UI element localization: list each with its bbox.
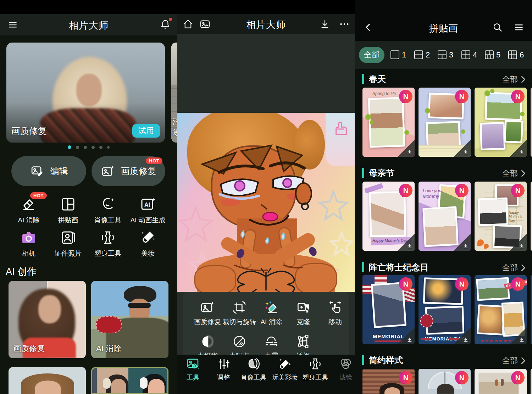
template-card[interactable]: N [419, 369, 471, 394]
card-art [148, 379, 165, 394]
template-card[interactable]: N [475, 369, 527, 394]
template-card[interactable]: Love you, Mommy N [419, 182, 471, 251]
new-badge: N [511, 90, 525, 103]
chip-label: 3 [449, 50, 453, 60]
carousel-dot[interactable] [107, 146, 110, 149]
carousel-dot[interactable] [84, 146, 87, 149]
chip-5[interactable]: 5 [484, 50, 500, 60]
section-accent-bar [362, 262, 364, 272]
card-art [495, 379, 498, 386]
download-icon[interactable] [319, 18, 331, 30]
carousel-dot[interactable] [99, 146, 102, 149]
see-all-link[interactable]: 全部 [502, 168, 526, 179]
chevron-right-icon [521, 357, 526, 365]
portrait-icon [238, 356, 269, 371]
template-card[interactable]: NEVER FORGET N [475, 275, 527, 344]
tab-makeup[interactable]: 玩美彩妆 [270, 356, 300, 382]
ai-card-partial[interactable] [9, 367, 86, 394]
template-card[interactable]: N [362, 369, 415, 394]
template-card[interactable]: N [475, 88, 527, 157]
download-icon [406, 243, 413, 249]
chevron-right-icon [521, 76, 526, 83]
photo-slot [480, 122, 506, 150]
template-card[interactable]: MEMORIAL N [362, 275, 415, 344]
editor-header: 相片大师 [177, 14, 355, 34]
new-badge: N [511, 371, 525, 384]
quality-repair-button[interactable]: 画质修复 HOT [92, 156, 165, 186]
tab-filters[interactable]: 滤镜 [331, 356, 355, 382]
card-art [103, 378, 111, 389]
download-icon [462, 337, 469, 343]
edited-image[interactable] [177, 113, 355, 292]
chip-1[interactable]: 1 [390, 50, 406, 60]
tab-label: 玩美彩妆 [270, 373, 300, 382]
template-card-partial[interactable] [531, 369, 532, 394]
carousel-dot[interactable] [76, 146, 79, 149]
tab-body-shape[interactable]: 塑身工具 [300, 356, 331, 382]
bell-icon[interactable] [160, 18, 171, 30]
tab-tools[interactable]: 工具 [178, 356, 208, 382]
chip-2[interactable]: 2 [414, 50, 430, 60]
template-card[interactable]: MEMORIAL DAY N [419, 275, 471, 344]
collage-header: 拼贴画 [355, 0, 532, 41]
tool-label: 移动 [316, 317, 355, 327]
ai-card-quality-repair[interactable]: 画质修复 [9, 281, 86, 358]
makeup-icon [270, 356, 300, 371]
tab-adjust[interactable]: 调整 [208, 356, 239, 382]
see-all-link[interactable]: 全部 [502, 355, 526, 366]
tool-makeup[interactable]: 美妆 [123, 229, 173, 258]
carousel-dot[interactable] [68, 145, 71, 149]
card-art [38, 295, 61, 323]
flower-deco [484, 244, 489, 249]
template-card-partial[interactable] [531, 182, 532, 251]
search-icon[interactable] [492, 22, 503, 33]
editor-canvas[interactable]: 画质修复 裁切与旋转 AI 消除 [177, 34, 355, 369]
template-card[interactable]: N [419, 88, 471, 157]
ai-card-ai-erase[interactable]: AI 消除 [91, 281, 168, 358]
see-all-label: 全部 [502, 168, 518, 179]
template-card-partial[interactable] [531, 275, 532, 344]
ai-card-partial-selected[interactable] [91, 367, 168, 394]
new-badge: N [455, 371, 469, 384]
chip-all[interactable]: 全部 [359, 47, 384, 63]
hero-banner[interactable]: 画质修复 试用 [6, 43, 165, 143]
edit-icon [30, 164, 45, 178]
makeup-icon [123, 229, 173, 246]
tool-move[interactable]: 移动 [316, 300, 355, 327]
home-header: 相片大师 [0, 14, 177, 35]
try-button[interactable]: 试用 [132, 124, 160, 138]
menu-icon[interactable] [514, 22, 524, 33]
carousel-dot[interactable] [92, 146, 95, 149]
new-badge: N [455, 184, 469, 197]
template-card[interactable]: Spring to life N [362, 88, 415, 157]
hero-next-card[interactable]: 消除 [171, 43, 177, 143]
see-all-label: 全部 [502, 74, 518, 85]
new-badge: N [511, 184, 525, 197]
tab-portrait-tools[interactable]: 肖像工具 [238, 356, 269, 382]
see-all-link[interactable]: 全部 [502, 262, 526, 273]
editor-tabbar: 工具 调整 肖像工具 玩美彩妆 [177, 355, 355, 394]
collage-screen: 拼贴画 全部 1 2 3 4 [355, 0, 532, 394]
section-header-mothers-day: 母亲节 全部 [355, 167, 532, 179]
edit-button[interactable]: 编辑 [11, 156, 86, 186]
filters-icon [331, 356, 355, 371]
chip-6[interactable]: 6 [508, 50, 524, 60]
see-all-link[interactable]: 全部 [502, 74, 526, 85]
chip-4[interactable]: 4 [461, 50, 477, 60]
template-card[interactable]: Happy Mother's Day N [362, 182, 415, 251]
tool-ai-animation[interactable]: AI AI 动画生成 [123, 196, 173, 225]
chip-3[interactable]: 3 [437, 50, 453, 60]
carousel-dots[interactable] [0, 145, 177, 149]
photo-slot [422, 206, 459, 247]
card-art [140, 377, 148, 389]
body-shape-icon [300, 356, 331, 371]
photo-slot [478, 198, 509, 226]
template-card[interactable]: Happy Mother's Day N [475, 182, 527, 251]
download-icon [519, 243, 525, 249]
new-badge: N [399, 90, 412, 103]
tool-label: AI 动画生成 [123, 216, 173, 225]
home-screen: 相片大师 画质修复 试用 消除 [0, 0, 177, 394]
more-icon[interactable] [339, 18, 350, 30]
template-card-partial[interactable] [531, 88, 532, 157]
layout-filter-bar: 全部 1 2 3 4 5 6 [355, 41, 532, 69]
